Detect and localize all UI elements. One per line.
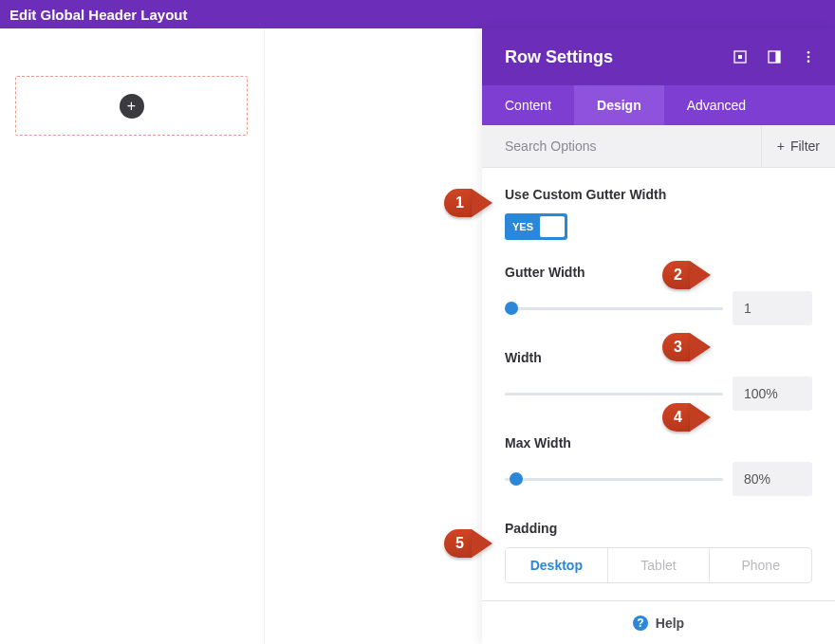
search-row: + Filter [482, 125, 835, 168]
plus-icon: + [127, 98, 136, 115]
top-bar-title: Edit Global Header Layout [9, 7, 188, 23]
panel-title: Row Settings [505, 47, 613, 67]
empty-section[interactable]: + [15, 76, 248, 136]
input-gutter-width[interactable] [733, 291, 812, 325]
help-icon: ? [633, 616, 648, 631]
help-label: Help [656, 616, 684, 631]
svg-point-5 [807, 56, 810, 59]
field-padding: Padding Desktop Tablet Phone Top [505, 521, 812, 600]
filter-button[interactable]: + Filter [761, 125, 835, 167]
device-tab-phone[interactable]: Phone [709, 548, 811, 582]
slider-gutter-width[interactable] [505, 307, 723, 310]
filter-label: Filter [790, 138, 820, 154]
panel-body: Use Custom Gutter Width YES Gutter Width… [482, 168, 835, 600]
label-max-width: Max Width [505, 435, 812, 451]
toggle-gutter-text: YES [512, 221, 533, 232]
label-gutter-toggle: Use Custom Gutter Width [505, 187, 812, 202]
svg-point-4 [807, 51, 810, 54]
panel-header-actions [733, 49, 816, 64]
panel-header: Row Settings [482, 28, 835, 85]
toggle-gutter[interactable]: YES [505, 213, 567, 240]
slider-thumb[interactable] [510, 472, 523, 486]
device-tabs: Desktop Tablet Phone [505, 547, 812, 583]
slider-width[interactable] [505, 393, 723, 396]
svg-rect-3 [775, 51, 780, 63]
builder-canvas: + [0, 28, 482, 644]
input-width[interactable] [733, 377, 812, 411]
tab-design[interactable]: Design [574, 85, 664, 125]
search-input[interactable] [482, 125, 761, 167]
svg-point-6 [807, 60, 810, 63]
snap-icon[interactable] [733, 49, 748, 64]
tab-content[interactable]: Content [482, 85, 574, 125]
plus-icon: + [777, 138, 785, 154]
slider-thumb[interactable] [505, 302, 518, 315]
top-bar: Edit Global Header Layout [0, 0, 835, 28]
toggle-knob [540, 216, 565, 237]
help-button[interactable]: ? Help [482, 600, 835, 644]
dock-icon[interactable] [767, 49, 782, 64]
label-width: Width [505, 350, 812, 365]
slider-max-width[interactable] [505, 478, 723, 481]
settings-panel: Row Settings Content Design Advanced + F… [482, 28, 835, 644]
field-use-custom-gutter: Use Custom Gutter Width YES [505, 187, 812, 240]
field-width: Width [505, 350, 812, 411]
add-module-button[interactable]: + [120, 94, 144, 119]
field-max-width: Max Width [505, 435, 812, 496]
panel-tabs: Content Design Advanced [482, 85, 835, 125]
more-icon[interactable] [801, 49, 816, 64]
device-tab-desktop[interactable]: Desktop [506, 548, 607, 582]
tab-advanced[interactable]: Advanced [664, 85, 769, 125]
input-max-width[interactable] [733, 462, 812, 496]
label-padding: Padding [505, 521, 812, 536]
device-tab-tablet[interactable]: Tablet [607, 548, 710, 582]
svg-rect-1 [738, 55, 742, 59]
label-gutter-width: Gutter Width [505, 265, 812, 280]
canvas-divider [264, 28, 265, 644]
field-gutter-width: Gutter Width [505, 265, 812, 325]
